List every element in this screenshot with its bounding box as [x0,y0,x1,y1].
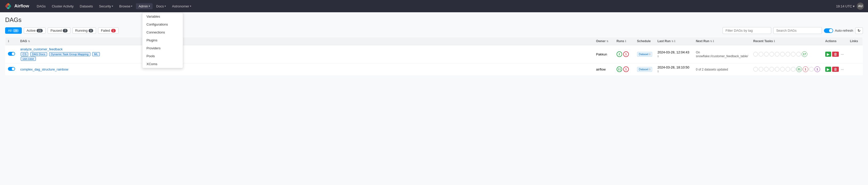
all-badge: 28 [12,29,19,32]
refresh-button[interactable]: ↻ [855,27,863,34]
tag-search-input[interactable] [722,27,771,34]
table-row: analyze_customer_feedback CS DAG Docs Dy… [5,45,863,63]
active-badge: 21 [37,29,43,32]
nav-browse[interactable]: Browse ▾ [117,3,135,9]
row1-schedule-badge[interactable]: Dataset ℹ [637,52,652,57]
task-failed-count[interactable]: 1 [803,67,808,72]
menu-xcoms[interactable]: XComs [142,60,183,68]
row1-more-button[interactable]: ··· [840,51,845,57]
row2-run-success[interactable]: 11 [617,67,622,72]
nav-cluster-activity[interactable]: Cluster Activity [49,3,76,9]
nav-docs[interactable]: Docs ▾ [154,3,168,9]
row1-schedule-info-icon[interactable]: ℹ [649,52,650,56]
nav-right: 19:14 UTC ▾ AU [836,3,864,10]
auto-refresh-area: Auto-refresh [824,28,853,33]
menu-configurations[interactable]: Configurations [142,21,183,28]
filter-failed[interactable]: Failed 1 [98,27,119,34]
nav-time[interactable]: 19:14 UTC ▾ [836,4,855,8]
task-success-count[interactable]: 17 [802,51,807,57]
row2-dag-name[interactable]: complex_dag_structure_rainbow [20,68,68,71]
nav-avatar[interactable]: AU [857,3,864,10]
nav-datasets[interactable]: Datasets [77,3,95,9]
row2-lastrun-info-icon[interactable]: ℹ [657,70,658,73]
failed-badge: 1 [111,29,116,32]
lastrun-info-icon[interactable]: ℹ [674,40,675,43]
toggle-info-icon[interactable]: ℹ [8,40,9,43]
filter-all[interactable]: All 28 [5,27,22,34]
row2-run-failed[interactable]: 1 [623,67,629,72]
row2-lastrun-date: 2024-03-28, 18:10:50 [657,65,689,69]
lastrun-sort-icon[interactable]: ⇅ [671,40,673,43]
row2-toggle-cell [5,63,18,75]
row2-schedule-badge[interactable]: Dataset ℹ [637,67,652,72]
task-circle [753,52,758,57]
row1-dag-name[interactable]: analyze_customer_feedback [20,47,63,51]
row2-run-button[interactable]: ▶ [825,67,831,72]
task-circle [791,67,796,72]
admin-caret-icon: ▾ [149,5,150,7]
nextrun-info-icon[interactable]: ℹ [713,40,714,43]
dag-search-input[interactable] [773,27,822,34]
task-circle [780,52,785,57]
row1-toggle-cell [5,45,18,63]
tag-ml[interactable]: ML [92,52,100,56]
tag-cs[interactable]: CS [21,52,28,56]
tag-dtgm[interactable]: Dynamic Task Group Mapping [49,52,90,56]
row1-run-failed[interactable]: 1 [623,51,629,57]
filter-active[interactable]: Active 21 [24,27,46,34]
menu-variables[interactable]: Variables [142,12,183,21]
admin-dropdown: Variables Configurations Connections Plu… [142,12,183,68]
nav-astronomer[interactable]: Astronomer ▾ [169,3,194,9]
menu-plugins[interactable]: Plugins [142,36,183,44]
auto-refresh-toggle[interactable] [824,28,833,33]
row2-more-button[interactable]: ··· [840,67,845,72]
nav-admin[interactable]: Admin ▾ [136,3,153,9]
row2-nextrun: 0 of 2 datasets updated [696,68,728,71]
menu-pools[interactable]: Pools [142,52,183,60]
brand[interactable]: Airflow [4,2,29,10]
tag-usecase[interactable]: use-case [21,57,36,61]
running-badge: 0 [89,29,93,32]
owner-sort-icon[interactable]: ⇅ [606,40,608,43]
task-circle [785,67,790,72]
astronomer-caret-icon: ▾ [190,5,191,7]
task-circle [809,67,814,72]
time-caret-icon: ▾ [853,4,855,8]
row1-run-success[interactable]: 2 [617,51,622,57]
nextrun-sort-icon[interactable]: ⇅ [710,40,712,43]
row1-links-cell [847,45,863,63]
nav-security[interactable]: Security ▾ [96,3,116,9]
menu-connections[interactable]: Connections [142,28,183,36]
row1-runs-cell: 2 1 [614,45,634,63]
th-owner: Owner ⇅ [593,37,614,45]
row2-owner-cell: airflow [593,63,614,75]
row2-delete-button[interactable]: 🗑 [832,67,839,72]
filter-bar: All 28 Active 21 Paused 7 Running 0 Fail… [5,27,863,34]
task-circle [764,67,769,72]
nav-dags[interactable]: DAGs [34,3,49,9]
task-circle [769,67,774,72]
tag-dagdocs[interactable]: DAG Docs [30,52,47,56]
dag-sort-icon[interactable]: ⇅ [28,40,30,43]
row2-toggle[interactable] [8,67,15,71]
filter-paused[interactable]: Paused 7 [48,27,70,34]
row2-owner: airflow [596,68,606,71]
docs-caret-icon: ▾ [165,5,166,7]
row1-toggle-knob [12,52,14,55]
security-caret-icon: ▾ [112,5,113,7]
row1-delete-button[interactable]: 🗑 [832,51,839,57]
row1-toggle[interactable] [8,52,15,56]
tasks-info-icon[interactable]: ℹ [774,40,775,43]
task-violet-count[interactable]: 1 [814,67,820,72]
row1-lastrun-info-icon[interactable]: ℹ [657,55,658,58]
task-success-count[interactable]: 31 [796,67,802,72]
row1-tasks-row: 17 [753,51,820,57]
task-circle [780,67,785,72]
row2-schedule-info-icon[interactable]: ℹ [649,68,650,71]
th-links: Links [847,37,863,45]
row2-runs-cell: 11 1 [614,63,634,75]
filter-running[interactable]: Running 0 [72,27,96,34]
row1-run-button[interactable]: ▶ [825,51,831,57]
menu-providers[interactable]: Providers [142,44,183,52]
runs-info-icon[interactable]: ℹ [625,40,626,43]
